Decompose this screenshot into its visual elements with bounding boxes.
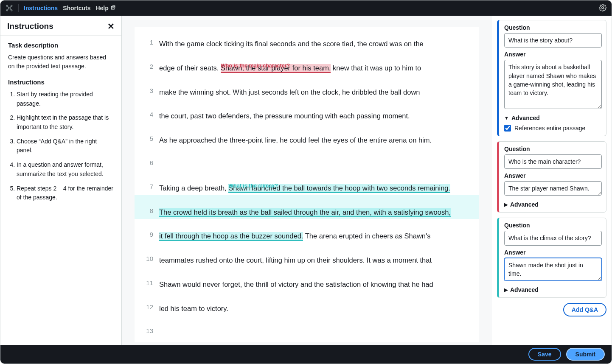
instruction-step: Repeat steps 2 – 4 for the remainder of … bbox=[17, 184, 114, 202]
line-number: 5 bbox=[140, 123, 153, 142]
passage-line: 9 it fell through the hoop as the buzzer… bbox=[135, 219, 479, 243]
question-label: Question bbox=[504, 222, 602, 229]
instructions-title: Instructions bbox=[7, 22, 53, 31]
line-fragment: edge of their seats. bbox=[159, 64, 221, 72]
line-text[interactable]: teammates rushed onto the court, lifting… bbox=[153, 243, 474, 267]
line-text[interactable]: The crowd held its breath as the ball sa… bbox=[153, 195, 474, 219]
highlight[interactable]: it fell through the hoop as the buzzer s… bbox=[159, 232, 303, 241]
svg-point-4 bbox=[11, 10, 12, 11]
passage-area: 1 With the game clock ticking its final … bbox=[122, 16, 492, 345]
add-qa-button[interactable]: Add Q&A bbox=[563, 303, 606, 316]
qa-card: Question Answer The star player named Sh… bbox=[497, 141, 606, 213]
instruction-step: Start by reading the provided passage. bbox=[17, 90, 114, 108]
line-fragment: The arena erupted in cheers as Shawn's bbox=[303, 232, 430, 240]
qa-panel: Question Answer This story is about a ba… bbox=[492, 16, 612, 345]
svg-point-1 bbox=[6, 5, 8, 6]
references-label: References entire passage bbox=[514, 125, 585, 132]
add-qa-row: Add Q&A bbox=[497, 303, 606, 316]
chevron-right-icon: ▶ bbox=[504, 287, 508, 293]
close-icon[interactable]: ✕ bbox=[107, 22, 115, 31]
highlight[interactable]: The crowd held its breath as the ball sa… bbox=[159, 208, 451, 217]
instructions-header: Instructions ✕ bbox=[0, 16, 121, 36]
line-number: 3 bbox=[140, 75, 153, 94]
question-input[interactable] bbox=[504, 231, 602, 245]
brand-icon bbox=[6, 4, 13, 12]
line-text[interactable]: Taking a deep breath, What is the climax… bbox=[153, 171, 474, 195]
line-text[interactable]: Shawn would never forget, the thrill of … bbox=[153, 267, 474, 291]
line-fragment: knew that it was up to him to bbox=[331, 64, 421, 72]
instructions-heading: Instructions bbox=[8, 78, 114, 86]
instruction-step: Highlight text in the passage that is im… bbox=[17, 113, 114, 132]
answer-label: Answer bbox=[504, 249, 602, 256]
question-input[interactable] bbox=[504, 33, 602, 48]
nav-instructions[interactable]: Instructions bbox=[24, 5, 58, 11]
passage-line: 12 led his team to victory. bbox=[135, 291, 479, 316]
line-text[interactable]: edge of their seats. Who is the main cha… bbox=[153, 51, 474, 75]
line-number: 4 bbox=[140, 99, 153, 118]
line-text[interactable]: the court, past two defenders, the press… bbox=[153, 99, 474, 123]
line-number: 8 bbox=[140, 195, 153, 214]
footer: Save Submit bbox=[0, 345, 612, 364]
settings-icon[interactable] bbox=[599, 4, 606, 13]
answer-label: Answer bbox=[504, 51, 602, 58]
submit-button[interactable]: Submit bbox=[566, 348, 605, 361]
svg-line-6 bbox=[10, 6, 11, 7]
qa-card: Question Answer Shawn made the shot just… bbox=[497, 218, 606, 298]
passage-line: 11 Shawn would never forget, the thrill … bbox=[135, 267, 479, 291]
task-description-heading: Task description bbox=[8, 42, 114, 49]
svg-point-3 bbox=[6, 10, 8, 11]
line-number: 2 bbox=[140, 51, 153, 70]
svg-line-5 bbox=[8, 6, 8, 7]
task-description-text: Create questions and answers based on th… bbox=[8, 53, 114, 71]
references-entire-passage-row: References entire passage bbox=[504, 125, 602, 132]
chevron-down-icon: ▼ bbox=[504, 115, 509, 120]
line-text[interactable] bbox=[153, 147, 474, 161]
question-label: Question bbox=[504, 146, 602, 152]
passage-line: 10 teammates rushed onto the court, lift… bbox=[135, 243, 479, 267]
line-text[interactable]: As he approached the three-point line, h… bbox=[153, 123, 474, 147]
line-fragment: Taking a deep breath, bbox=[159, 184, 228, 192]
passage-line: 13 bbox=[135, 315, 479, 339]
nav-divider bbox=[18, 4, 19, 12]
line-text[interactable] bbox=[153, 315, 474, 329]
instructions-list: Start by reading the provided passage. H… bbox=[8, 90, 114, 202]
answer-input[interactable]: Shawn made the shot just in time. bbox=[504, 258, 602, 281]
answer-input[interactable]: This story is about a basketball player … bbox=[504, 60, 602, 109]
workspace: Instructions ✕ Task description Create q… bbox=[0, 16, 612, 345]
passage-line: 2 edge of their seats. Who is the main c… bbox=[135, 51, 479, 75]
svg-line-7 bbox=[8, 9, 8, 10]
line-number: 12 bbox=[140, 291, 153, 311]
references-checkbox[interactable] bbox=[504, 125, 511, 132]
passage-line: 7 Taking a deep breath, What is the clim… bbox=[135, 171, 479, 195]
svg-line-8 bbox=[10, 9, 11, 10]
line-text[interactable]: led his team to victory. bbox=[153, 291, 474, 316]
svg-point-2 bbox=[11, 5, 12, 6]
advanced-toggle[interactable]: ▶ Advanced bbox=[504, 201, 602, 208]
passage-line: 3 make the winning shot. With just secon… bbox=[135, 75, 479, 99]
passage-line: 6 bbox=[135, 147, 479, 171]
question-input[interactable] bbox=[504, 154, 602, 169]
answer-label: Answer bbox=[504, 172, 602, 179]
line-text[interactable]: make the winning shot. With just seconds… bbox=[153, 75, 474, 99]
answer-input[interactable]: The star player named Shawn. bbox=[504, 181, 602, 196]
instructions-panel: Instructions ✕ Task description Create q… bbox=[0, 16, 122, 345]
top-nav: Instructions Shortcuts Help bbox=[0, 0, 612, 16]
line-text[interactable]: With the game clock ticking its final se… bbox=[153, 27, 474, 51]
advanced-label: Advanced bbox=[511, 115, 540, 121]
chevron-right-icon: ▶ bbox=[504, 202, 508, 207]
qa-card: Question Answer This story is about a ba… bbox=[497, 20, 606, 136]
advanced-label: Advanced bbox=[510, 201, 539, 208]
line-number: 9 bbox=[140, 219, 153, 238]
advanced-toggle[interactable]: ▼ Advanced bbox=[504, 115, 602, 121]
line-number: 7 bbox=[140, 171, 153, 190]
advanced-label: Advanced bbox=[510, 286, 539, 293]
line-number: 13 bbox=[140, 315, 153, 334]
passage-line: 1 With the game clock ticking its final … bbox=[135, 27, 479, 51]
passage[interactable]: 1 With the game clock ticking its final … bbox=[135, 27, 479, 342]
nav-shortcuts[interactable]: Shortcuts bbox=[63, 5, 90, 11]
passage-line: 4 the court, past two defenders, the pre… bbox=[135, 99, 479, 123]
advanced-toggle[interactable]: ▶ Advanced bbox=[504, 286, 602, 293]
nav-help[interactable]: Help bbox=[95, 5, 115, 11]
line-text[interactable]: it fell through the hoop as the buzzer s… bbox=[153, 219, 474, 243]
save-button[interactable]: Save bbox=[528, 348, 561, 361]
